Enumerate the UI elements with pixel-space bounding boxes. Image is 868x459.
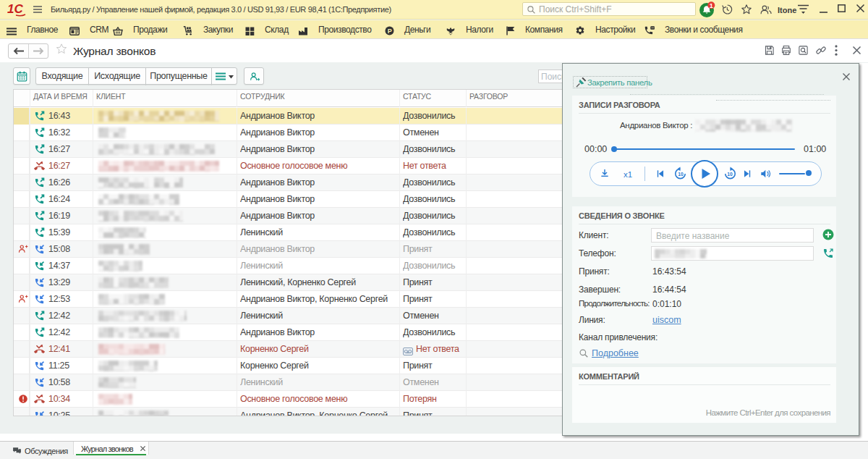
svg-text:1C: 1C (7, 2, 23, 16)
svg-text:1: 1 (710, 2, 713, 9)
svg-text:Р: Р (388, 28, 392, 35)
svg-text:10: 10 (727, 172, 733, 177)
svg-text:10: 10 (678, 172, 684, 177)
